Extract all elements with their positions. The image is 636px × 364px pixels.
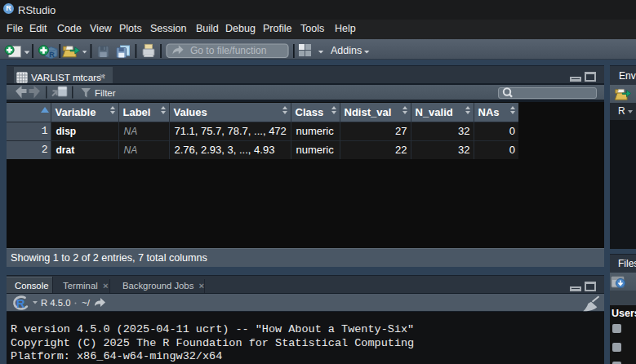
svg-text:Filter: Filter [95,88,116,98]
svg-text:Go to file/function: Go to file/function [190,45,266,56]
svg-text:R: R [16,296,25,310]
svg-text:Addins: Addins [331,45,362,56]
svg-text:~/: ~/ [82,298,91,308]
svg-text:R 4.5.0: R 4.5.0 [41,298,70,308]
svg-text:R: R [49,50,55,59]
